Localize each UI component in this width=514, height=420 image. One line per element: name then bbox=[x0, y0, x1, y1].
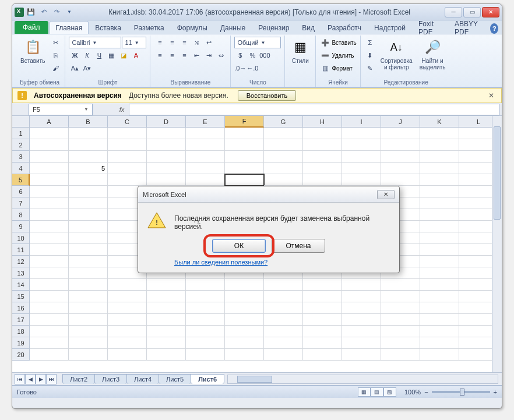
dialog-close-icon[interactable]: ✕ bbox=[377, 190, 395, 199]
ok-button[interactable]: ОК bbox=[212, 239, 266, 253]
feedback-link[interactable]: Были ли сведения полезными? bbox=[174, 259, 267, 266]
dialog-title: Microsoft Excel bbox=[143, 191, 186, 198]
cancel-button[interactable]: Отмена bbox=[272, 239, 325, 253]
dialog-titlebar: Microsoft Excel ✕ bbox=[138, 186, 399, 203]
dialog-message: Последняя сохраненная версия будет замен… bbox=[174, 212, 390, 231]
modal-overlay: Microsoft Excel ✕ ! Последняя сохраненна… bbox=[12, 4, 502, 408]
confirm-dialog: Microsoft Excel ✕ ! Последняя сохраненна… bbox=[138, 186, 400, 273]
app-window: 💾 ↶ ↷ ▼ Книга1.xlsb: 30.04.2017 17:06 (а… bbox=[12, 3, 502, 409]
warning-icon: ! bbox=[147, 212, 166, 228]
svg-text:!: ! bbox=[156, 219, 158, 226]
